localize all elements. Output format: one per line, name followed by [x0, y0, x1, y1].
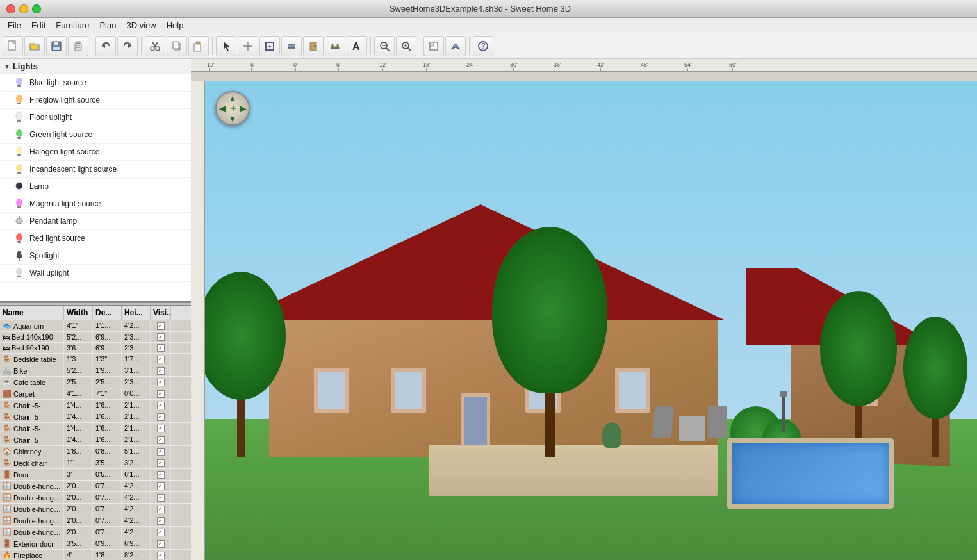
- table-row[interactable]: 🪟Double-hung wi...2'0...0'7...4'2...: [0, 492, 191, 504]
- menu-file[interactable]: File: [3, 19, 26, 31]
- list-item[interactable]: Pendant lamp: [0, 213, 191, 230]
- table-row[interactable]: ☕Cafe table2'5...2'5...2'3...: [0, 377, 191, 388]
- list-item[interactable]: Incandescent light source: [0, 161, 191, 178]
- nav-left[interactable]: ◀: [217, 103, 227, 113]
- menu-3dview[interactable]: 3D view: [121, 19, 161, 31]
- save-button[interactable]: [46, 36, 67, 56]
- row-visibility[interactable]: [151, 411, 171, 422]
- nav-center[interactable]: ✛: [227, 103, 238, 113]
- visibility-checkbox[interactable]: [157, 390, 165, 398]
- add-room-button[interactable]: +: [259, 36, 280, 56]
- visibility-checkbox[interactable]: [157, 356, 165, 363]
- table-row[interactable]: 🚲Bike5'2...1'9...3'1...: [0, 365, 191, 377]
- list-item[interactable]: Wall uplight: [0, 265, 191, 282]
- table-row[interactable]: 🪑Chair -5-1'4...1'6...2'1...: [0, 423, 191, 434]
- nav-right[interactable]: ▶: [238, 103, 248, 113]
- nav-up[interactable]: ▲: [227, 93, 238, 103]
- pan-button[interactable]: [238, 36, 258, 56]
- table-row[interactable]: 🛏Bed 140x1905'2...6'9...2'3...: [0, 332, 191, 343]
- cut-button[interactable]: [145, 36, 165, 56]
- list-item[interactable]: Lamp: [0, 178, 191, 195]
- table-row[interactable]: 🪑Deck chair1'1...3'5...3'2...: [0, 457, 191, 469]
- maximize-button[interactable]: [32, 4, 41, 13]
- nav-ring[interactable]: ▲ ◀ ✛ ▶ ▼: [215, 91, 250, 126]
- expand-icon[interactable]: ▼: [4, 63, 10, 70]
- list-item[interactable]: Blue light source: [0, 74, 191, 92]
- row-visibility[interactable]: [151, 469, 171, 480]
- minimize-button[interactable]: [19, 4, 28, 13]
- row-visibility[interactable]: [151, 481, 171, 491]
- select-button[interactable]: [216, 36, 236, 56]
- table-row[interactable]: 🟫Carpet4'1...7'1"0'0...: [0, 388, 191, 400]
- table-row[interactable]: 🪟Double-hung wi...2'0...0'7...4'2...: [0, 515, 191, 527]
- 3d-view-button[interactable]: [445, 36, 466, 56]
- redo-button[interactable]: [117, 36, 138, 56]
- row-visibility[interactable]: [151, 515, 171, 526]
- visibility-checkbox[interactable]: [157, 344, 165, 352]
- row-visibility[interactable]: [151, 400, 171, 411]
- row-visibility[interactable]: [151, 457, 171, 468]
- menu-furniture[interactable]: Furniture: [51, 19, 94, 31]
- visibility-checkbox[interactable]: [157, 436, 165, 444]
- paste-button[interactable]: [188, 36, 209, 56]
- copy-button[interactable]: [167, 36, 187, 56]
- row-visibility[interactable]: [151, 320, 171, 331]
- undo-button[interactable]: [95, 36, 116, 56]
- row-visibility[interactable]: [151, 423, 171, 434]
- visibility-checkbox[interactable]: [157, 471, 165, 479]
- 3d-viewport[interactable]: ▲ ◀ ✛ ▶ ▼: [205, 81, 977, 560]
- row-visibility[interactable]: [151, 446, 171, 457]
- visibility-checkbox[interactable]: [157, 425, 165, 432]
- table-row[interactable]: 🪟Double-hung wi...2'0...0'7...4'2...: [0, 481, 191, 492]
- add-text-button[interactable]: A: [347, 36, 367, 56]
- list-item[interactable]: Fireglow light source: [0, 92, 191, 109]
- visibility-checkbox[interactable]: [157, 552, 165, 559]
- new-button[interactable]: [3, 36, 23, 56]
- table-row[interactable]: 🔥Fireplace4'1'8...8'2...: [0, 550, 191, 560]
- table-row[interactable]: 🚪Door3'0'5...6'1...: [0, 469, 191, 481]
- table-row[interactable]: 🪑Chair -5-1'4...1'6...2'1...: [0, 434, 191, 446]
- visibility-checkbox[interactable]: [157, 482, 165, 490]
- open-button[interactable]: [24, 36, 45, 56]
- list-item[interactable]: Red light source: [0, 230, 191, 247]
- nav-down[interactable]: ▼: [227, 113, 238, 124]
- nav-control[interactable]: ▲ ◀ ✛ ▶ ▼: [215, 91, 250, 126]
- menu-edit[interactable]: Edit: [26, 19, 51, 31]
- row-visibility[interactable]: [151, 527, 171, 538]
- row-visibility[interactable]: [151, 550, 171, 560]
- visibility-checkbox[interactable]: [157, 459, 165, 467]
- table-row[interactable]: 🪟Double-hung wi...2'0...0'7...4'2...: [0, 527, 191, 538]
- row-visibility[interactable]: [151, 354, 171, 365]
- row-visibility[interactable]: [151, 365, 171, 376]
- menu-help[interactable]: Help: [161, 19, 189, 31]
- table-row[interactable]: 🪑Chair -5-1'4...1'6...2'1...: [0, 400, 191, 411]
- row-visibility[interactable]: [151, 434, 171, 445]
- row-visibility[interactable]: [151, 377, 171, 388]
- table-row[interactable]: 🏠Chimney1'8...0'8...5'1...: [0, 446, 191, 457]
- table-row[interactable]: 🪑Chair -5-1'4...1'6...2'1...: [0, 411, 191, 423]
- list-item[interactable]: Floor uplight: [0, 109, 191, 126]
- table-row[interactable]: 🚪Exterior door3'5...0'9...6'9...: [0, 538, 191, 550]
- list-item[interactable]: Green light source: [0, 126, 191, 144]
- zoom-out-button[interactable]: [374, 36, 395, 56]
- row-visibility[interactable]: [151, 538, 171, 549]
- help-button[interactable]: ?: [473, 36, 493, 56]
- table-row[interactable]: 🛏Bed 90x1903'6...6'9...2'3...: [0, 343, 191, 354]
- row-visibility[interactable]: [151, 388, 171, 399]
- visibility-checkbox[interactable]: [157, 333, 165, 341]
- visibility-checkbox[interactable]: [157, 506, 165, 513]
- add-door-button[interactable]: [303, 36, 324, 56]
- row-visibility[interactable]: [151, 343, 171, 353]
- visibility-checkbox[interactable]: [157, 448, 165, 456]
- row-visibility[interactable]: [151, 492, 171, 503]
- close-button[interactable]: [6, 4, 15, 13]
- add-wall-button[interactable]: [281, 36, 302, 56]
- row-visibility[interactable]: [151, 332, 171, 342]
- list-item[interactable]: Magenta light source: [0, 195, 191, 213]
- visibility-checkbox[interactable]: [157, 517, 165, 525]
- visibility-checkbox[interactable]: [157, 529, 165, 536]
- table-row[interactable]: 🐟Aquarium4'1"1'1...4'2...: [0, 320, 191, 332]
- menu-plan[interactable]: Plan: [94, 19, 121, 31]
- add-furniture-button[interactable]: [325, 36, 345, 56]
- plan-view-button[interactable]: [423, 36, 444, 56]
